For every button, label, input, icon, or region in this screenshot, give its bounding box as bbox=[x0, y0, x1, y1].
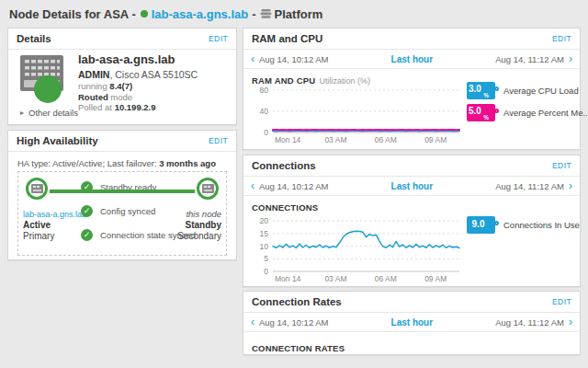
ram-cpu-title: RAM and CPU bbox=[252, 33, 322, 44]
timebar-start: Aug 14, 10:12 AM bbox=[259, 181, 329, 191]
platform-icon bbox=[260, 8, 272, 19]
svg-text:06 AM: 06 AM bbox=[375, 274, 397, 283]
other-details-label: Other details bbox=[28, 108, 78, 118]
timebar-range-button[interactable]: Last hour bbox=[391, 181, 434, 191]
high-availability-panel: High Availability EDIT HA type: Active/A… bbox=[7, 130, 237, 260]
ram-cpu-panel: RAM and CPU EDIT ‹ Aug 14, 10:12 AM Last… bbox=[243, 28, 581, 150]
secondary-node-name: this node bbox=[177, 209, 221, 220]
timebar-next-icon[interactable]: › bbox=[569, 181, 572, 190]
cpu-load-badge[interactable]: 3.0 % bbox=[467, 82, 495, 99]
device-context: ADMIN bbox=[78, 69, 109, 80]
connection-rates-edit-button[interactable]: EDIT bbox=[552, 297, 571, 306]
details-edit-button[interactable]: EDIT bbox=[209, 34, 228, 43]
timebar-prev-icon[interactable]: ‹ bbox=[251, 54, 254, 63]
svg-text:09 AM: 09 AM bbox=[424, 274, 447, 283]
svg-text:Mon 14: Mon 14 bbox=[275, 135, 301, 144]
device-hostname: lab-asa-a.gns.lab bbox=[78, 52, 198, 66]
device-version: 8.4(7) bbox=[109, 81, 132, 91]
svg-text:0: 0 bbox=[264, 267, 268, 276]
svg-text:20: 20 bbox=[260, 216, 269, 225]
ha-link-line bbox=[50, 190, 195, 193]
svg-text:0: 0 bbox=[264, 128, 268, 137]
timebar-end: Aug 14, 11:12 AM bbox=[495, 181, 564, 191]
memory-badge[interactable]: 5.0 % bbox=[467, 104, 495, 121]
ha-edit-button[interactable]: EDIT bbox=[209, 136, 228, 145]
ha-title: High Availability bbox=[17, 135, 98, 146]
svg-text:06 AM: 06 AM bbox=[375, 135, 397, 144]
other-details-expander[interactable]: ▸ Other details bbox=[20, 108, 78, 118]
device-icon bbox=[19, 54, 67, 108]
ram-cpu-legend: 3.0 % Average CPU Load 5.0 % Average Per… bbox=[467, 82, 579, 126]
secondary-node-icon bbox=[197, 178, 219, 200]
polled-label: Polled at bbox=[78, 102, 112, 112]
primary-node-link[interactable]: lab-asa-a.gns.lab bbox=[23, 209, 86, 220]
ha-failover-time: 3 months ago bbox=[159, 158, 216, 168]
timebar-prev-icon[interactable]: ‹ bbox=[251, 181, 254, 190]
device-mode: Routed bbox=[78, 92, 108, 102]
connections-title: Connections bbox=[252, 160, 316, 171]
running-label: running bbox=[78, 81, 107, 91]
primary-node-icon bbox=[26, 178, 48, 200]
timebar-prev-icon[interactable]: ‹ bbox=[251, 317, 254, 327]
svg-text:03 AM: 03 AM bbox=[324, 274, 346, 283]
legend-marker-icon bbox=[494, 86, 499, 91]
legend-marker-icon bbox=[494, 221, 499, 225]
svg-text:Mon 14: Mon 14 bbox=[275, 274, 301, 283]
ha-check-row: ✓ Config synced bbox=[81, 205, 155, 217]
legend-marker-icon bbox=[494, 109, 499, 113]
timebar-next-icon[interactable]: › bbox=[569, 317, 572, 327]
ram-timebar: ‹ Aug 14, 10:12 AM Last hour Aug 14, 11:… bbox=[243, 50, 580, 69]
ram-cpu-edit-button[interactable]: EDIT bbox=[552, 34, 571, 43]
svg-text:15: 15 bbox=[260, 229, 269, 238]
ha-summary: HA type: Active/Active; Last failover: 3… bbox=[17, 158, 216, 168]
header-separator: - bbox=[252, 7, 255, 21]
primary-node-state: Active bbox=[23, 220, 86, 231]
connections-legend: 9.0 Connections In Use bbox=[467, 216, 579, 238]
svg-text:09 AM: 09 AM bbox=[424, 135, 447, 144]
node-status-icon bbox=[141, 10, 148, 17]
device-model: , Cisco ASA 5510SC bbox=[109, 69, 198, 80]
page-title: Node Details for ASA - bbox=[9, 7, 136, 21]
connections-timebar: ‹ Aug 14, 10:12 AM Last hour Aug 14, 11:… bbox=[243, 177, 580, 196]
connection-rates-chart-label: CONNECTION RATES bbox=[243, 332, 580, 353]
expand-arrow-icon: ▸ bbox=[20, 109, 24, 117]
svg-text:03 AM: 03 AM bbox=[324, 135, 346, 144]
details-title: Details bbox=[17, 33, 51, 44]
timebar-start: Aug 14, 10:12 AM bbox=[259, 54, 329, 64]
memory-label: Average Percent Me... bbox=[503, 108, 588, 118]
timebar-range-button[interactable]: Last hour bbox=[391, 317, 434, 328]
svg-text:5: 5 bbox=[264, 254, 268, 263]
svg-text:80: 80 bbox=[260, 86, 269, 95]
timebar-end: Aug 14, 11:12 AM bbox=[495, 54, 564, 64]
timebar-next-icon[interactable]: › bbox=[569, 54, 572, 63]
platform-label: Platform bbox=[275, 7, 323, 21]
details-panel: Details EDIT lab-asa-a.gns.lab ADMIN, Ci… bbox=[7, 28, 237, 125]
check-icon: ✓ bbox=[81, 205, 93, 217]
check-icon: ✓ bbox=[81, 229, 93, 241]
connections-in-use-badge[interactable]: 9.0 bbox=[467, 216, 495, 234]
connection-rates-title: Connection Rates bbox=[252, 296, 342, 307]
connection-rates-panel: Connection Rates EDIT ‹ Aug 14, 10:12 AM… bbox=[243, 291, 581, 355]
page-header: Node Details for ASA - lab-asa-a.gns.lab… bbox=[9, 6, 322, 21]
ha-diagram: lab-asa-a.gns.lab Active Primary this no… bbox=[17, 171, 227, 256]
timebar-range-button[interactable]: Last hour bbox=[391, 54, 434, 64]
cpu-load-label: Average CPU Load bbox=[503, 86, 579, 96]
connections-chart[interactable]: 05101520Mon 1403 AM06 AM09 AM bbox=[251, 210, 464, 283]
connections-in-use-label: Connections In Use bbox=[503, 220, 580, 230]
svg-text:40: 40 bbox=[260, 107, 269, 116]
timebar-start: Aug 14, 10:12 AM bbox=[259, 317, 329, 328]
node-link[interactable]: lab-asa-a.gns.lab bbox=[152, 7, 248, 21]
polled-ip: 10.199.2.9 bbox=[115, 102, 156, 112]
connections-panel: Connections EDIT ‹ Aug 14, 10:12 AM Last… bbox=[243, 155, 581, 287]
mode-label: mode bbox=[110, 92, 132, 102]
connections-edit-button[interactable]: EDIT bbox=[552, 161, 571, 170]
primary-node-role: Primary bbox=[23, 231, 86, 242]
ha-check-row: ✓ Connection state synced bbox=[81, 229, 196, 241]
connection-rates-timebar: ‹ Aug 14, 10:12 AM Last hour Aug 14, 11:… bbox=[243, 313, 580, 332]
timebar-end: Aug 14, 11:12 AM bbox=[495, 317, 564, 328]
svg-text:10: 10 bbox=[260, 242, 269, 251]
ram-cpu-chart[interactable]: 04080Mon 1403 AM06 AM09 AM bbox=[251, 80, 464, 144]
